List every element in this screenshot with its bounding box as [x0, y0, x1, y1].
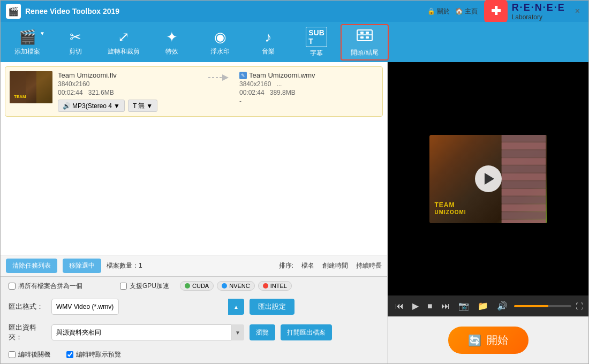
- shutdown-after-input[interactable]: [9, 351, 16, 358]
- refresh-icon: 🔄: [468, 334, 481, 347]
- app-logo-icon: 🎬: [6, 4, 21, 19]
- shutdown-after-label: 編輯後關機: [18, 350, 50, 359]
- renee-brand-sub: Laboratory: [512, 13, 565, 21]
- tool-cut[interactable]: ✂ 剪切: [51, 24, 100, 60]
- format-select[interactable]: WMV Video (*.wmv) MP4 Video (*.mp4) AVI …: [51, 299, 119, 315]
- skip-back-button[interactable]: ⏮: [393, 300, 406, 312]
- start-button[interactable]: 🔄 開始: [448, 327, 528, 354]
- volume-slider[interactable]: [514, 305, 571, 307]
- tool-subtitle[interactable]: SUBT 字幕: [292, 24, 341, 60]
- start-button-area: 🔄 開始: [388, 316, 588, 363]
- open-output-button[interactable]: 打開匯出檔案: [281, 324, 332, 340]
- close-button[interactable]: ×: [572, 5, 583, 17]
- svg-rect-10: [36, 71, 52, 103]
- home-link[interactable]: 🏠 主頁: [455, 7, 478, 16]
- svg-rect-2: [357, 30, 372, 41]
- input-filename: Team Umizoomi.flv: [58, 71, 197, 79]
- left-panel: TEAM Team Umizoomi.flv 3840x2160 00:02:4…: [1, 62, 388, 363]
- merge-all-checkbox[interactable]: 將所有檔案合拼為一個: [9, 282, 82, 291]
- svg-rect-21: [501, 181, 546, 187]
- settings-row-1: 將所有檔案合拼為一個 支援GPU加速 CUDA NVENC: [9, 281, 379, 291]
- top-right-logo-area: 🔒 關於 🏠 主頁 ✚ R·E·N·E·E Laboratory ×: [427, 0, 583, 23]
- subtitle-track-label: T: [133, 102, 137, 110]
- svg-rect-18: [501, 158, 546, 164]
- play-pause-button[interactable]: ▶: [410, 300, 421, 312]
- output-folder-input[interactable]: [51, 324, 244, 340]
- file-count-label: 檔案數量：1: [107, 261, 142, 270]
- merge-all-input[interactable]: [9, 283, 16, 290]
- file-list-area: TEAM Team Umizoomi.flv 3840x2160 00:02:4…: [1, 62, 387, 255]
- cuda-badge[interactable]: CUDA: [180, 281, 214, 291]
- lock-icon: 🔒: [427, 7, 435, 15]
- intel-badge[interactable]: INTEL: [258, 281, 292, 291]
- format-select-wrapper: WMV Video (*.wmv) MP4 Video (*.mp4) AVI …: [51, 299, 244, 315]
- watermark-label: 浮水印: [210, 48, 230, 55]
- video-controls: ⏮ ▶ ■ ⏭ 📷 📁 🔊 ⛶: [388, 295, 588, 316]
- shutdown-after-checkbox[interactable]: 編輯後關機: [9, 350, 50, 359]
- remove-selected-button[interactable]: 移除選中: [63, 259, 101, 273]
- input-duration-size: 00:02:44 321.6MB: [58, 89, 197, 96]
- video-text-overlay: TEAM UMIZOOMI: [435, 201, 466, 215]
- gpu-accel-checkbox[interactable]: 支援GPU加速: [120, 282, 169, 291]
- toolbar: ▼ 🎬 添加檔案 ✂ 剪切 ⤢ 旋轉和裁剪 ✦ 特效 ◉ 浮水印 ♪ 音樂 SU…: [1, 22, 588, 62]
- folder-button[interactable]: 📁: [475, 300, 490, 312]
- tool-rotate-crop[interactable]: ⤢ 旋轉和裁剪: [100, 24, 148, 60]
- speaker-icon: 🔊: [63, 102, 71, 110]
- renee-brand: R·E·N·E·E Laboratory: [512, 2, 565, 21]
- audio-track-value: MP3(Stereo 4: [72, 102, 112, 110]
- play-triangle-icon: [485, 173, 494, 185]
- svg-rect-23: [501, 196, 546, 203]
- format-select-arrow: ▲: [228, 299, 244, 315]
- show-preview-input[interactable]: [66, 351, 73, 358]
- tool-add-file[interactable]: ▼ 🎬 添加檔案: [3, 24, 51, 60]
- svg-rect-5: [366, 32, 369, 34]
- cuda-dot: [185, 283, 190, 289]
- gpu-accel-input[interactable]: [120, 283, 127, 290]
- subtitle-track-btn[interactable]: T 無 ▼: [128, 100, 157, 112]
- sort-by-name-btn[interactable]: 檔名: [301, 261, 314, 270]
- output-duration-size: 00:02:44 389.8MB: [239, 89, 378, 96]
- gpu-accel-label: 支援GPU加速: [130, 282, 169, 291]
- stop-button[interactable]: ■: [425, 300, 435, 312]
- intel-dot: [263, 283, 268, 289]
- play-button-overlay[interactable]: [475, 165, 502, 192]
- svg-rect-6: [360, 36, 364, 39]
- add-file-icon: 🎬: [19, 29, 36, 46]
- svg-rect-24: [501, 204, 546, 210]
- clear-list-button[interactable]: 清除任務列表: [6, 259, 57, 273]
- tool-music[interactable]: ♪ 音樂: [244, 24, 292, 60]
- output-resolution: 3840x2160 ...: [239, 80, 378, 88]
- right-panel: TEAM UMIZOOMI ⏮ ▶ ■ ⏭ 📷 📁 🔊 ⛶: [388, 62, 588, 363]
- tool-watermark[interactable]: ◉ 浮水印: [196, 24, 244, 60]
- output-folder-row: 匯出資料夾： ▼ 瀏覽 打開匯出檔案: [9, 323, 379, 342]
- content-split: TEAM Team Umizoomi.flv 3840x2160 00:02:4…: [1, 62, 588, 363]
- home-icon: 🏠: [455, 7, 463, 15]
- nvenc-badge[interactable]: NVENC: [217, 281, 255, 291]
- sort-by-duration-btn[interactable]: 持續時長: [356, 261, 382, 270]
- sort-label: 排序:: [279, 261, 293, 270]
- output-file-info: ✎ Team Umizoomi.wmv 3840x2160 ... 00:02:…: [239, 71, 378, 105]
- about-link[interactable]: 🔒 關於: [427, 7, 450, 16]
- cuda-label: CUDA: [192, 283, 209, 289]
- app-title: Renee Video Toolbox 2019: [25, 7, 119, 16]
- export-format-row: 匯出格式： WMV Video (*.wmv) MP4 Video (*.mp4…: [9, 299, 379, 315]
- sort-by-created-btn[interactable]: 創建時間: [322, 261, 348, 270]
- tool-effects[interactable]: ✦ 特效: [148, 24, 196, 60]
- tool-intro-outro[interactable]: 開頭/結尾: [341, 24, 389, 60]
- browse-button[interactable]: 瀏覽: [250, 324, 275, 340]
- start-label: 開始: [487, 333, 508, 347]
- screenshot-button[interactable]: 📷: [456, 300, 471, 312]
- video-thumbnail: TEAM UMIZOOMI: [429, 135, 547, 223]
- export-settings-button[interactable]: 匯出設定: [250, 299, 294, 315]
- intro-outro-icon: [356, 28, 373, 47]
- output-filename-row: ✎ Team Umizoomi.wmv: [239, 71, 378, 79]
- file-item: TEAM Team Umizoomi.flv 3840x2160 00:02:4…: [5, 66, 383, 117]
- file-thumbnail: TEAM: [10, 71, 52, 103]
- skip-forward-button[interactable]: ⏭: [439, 300, 452, 312]
- show-preview-checkbox[interactable]: 編輯時顯示預覽: [66, 350, 121, 359]
- edit-icon: ✎: [239, 72, 247, 79]
- audio-track-btn[interactable]: 🔊 MP3(Stereo 4 ▼: [58, 100, 125, 112]
- subtitle-icon: SUBT: [306, 27, 327, 47]
- fullscreen-button[interactable]: ⛶: [576, 302, 583, 310]
- output-filename: Team Umizoomi.wmv: [249, 71, 315, 79]
